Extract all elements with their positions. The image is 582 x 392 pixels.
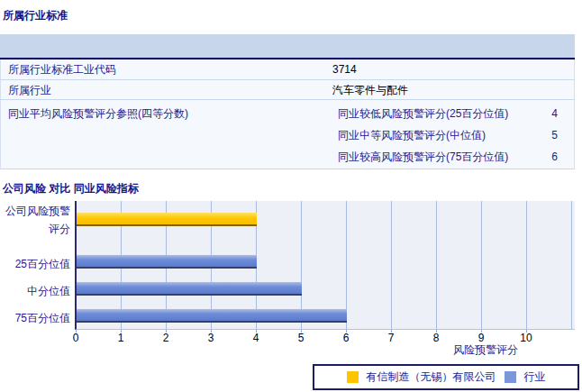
company-bar-公司风险预警评分 xyxy=(77,213,257,226)
gridline xyxy=(436,201,437,329)
quartile-75-label: 同业较高风险预警评分(75百分位值) xyxy=(338,150,508,165)
quartile-75-value: 6 xyxy=(551,150,558,163)
list-item: 同业较高风险预警评分(75百分位值) 6 xyxy=(338,146,558,168)
report-page: 所属行业标准 所属行业标准工业代码 3714 所属行业 汽车零件与配件 同业平均… xyxy=(0,0,582,392)
table-row: 同业平均风险预警评分参照(四等分数) 同业较低风险预警评分(25百分位值) 4 … xyxy=(0,100,575,169)
sic-code-label: 所属行业标准工业代码 xyxy=(8,62,116,77)
legend-swatch-industry xyxy=(505,371,516,383)
plot-area xyxy=(75,201,575,330)
x-axis-tick-label: 5 xyxy=(287,332,314,344)
industry-bar-75百分位值 xyxy=(77,309,347,323)
legend-label-industry: 行业 xyxy=(524,369,546,385)
industry-bar-中分位值 xyxy=(77,282,302,296)
chart-section-title: 公司风险 对比 同业风险指标 xyxy=(3,181,139,196)
quartile-25-value: 4 xyxy=(551,107,558,120)
quartile-25-label: 同业较低风险预警评分(25百分位值) xyxy=(338,106,508,122)
x-axis-tick-label: 1 xyxy=(107,332,134,344)
industry-name-label: 所属行业 xyxy=(8,82,51,97)
legend-label-company: 有信制造（无锡）有限公司 xyxy=(367,369,496,385)
table-row: 所属行业 汽车零件与配件 xyxy=(0,80,575,100)
category-label-company-score: 公司风险预警评分 xyxy=(0,202,70,238)
category-label-median: 中分位值 xyxy=(0,282,70,300)
legend-swatch-company xyxy=(347,371,359,383)
industry-name-value: 汽车零件与配件 xyxy=(332,82,408,97)
quartile-median-value: 5 xyxy=(551,129,558,141)
gridline xyxy=(526,201,527,329)
table-row: 所属行业标准工业代码 3714 xyxy=(0,59,575,80)
x-axis-title: 风险预警评分 xyxy=(405,342,518,358)
chart-legend: 有信制造（无锡）有限公司 行业 xyxy=(313,364,579,390)
table-header-band xyxy=(0,34,575,59)
x-axis-tick-label: 9 xyxy=(468,332,495,344)
x-axis-tick-label: 4 xyxy=(242,332,269,344)
x-axis-tick-label: 3 xyxy=(197,332,224,344)
list-item: 同业中等风险预警评分(中位值) 5 xyxy=(338,124,558,146)
quartile-subtable: 同业较低风险预警评分(25百分位值) 4 同业中等风险预警评分(中位值) 5 同… xyxy=(338,103,558,168)
x-axis-tick-label: 6 xyxy=(332,332,359,344)
sic-code-value: 3714 xyxy=(332,63,357,76)
gridline xyxy=(571,201,572,329)
quartile-reference-label: 同业平均风险预警评分参照(四等分数) xyxy=(8,106,188,122)
x-axis-tick-label: 8 xyxy=(423,332,450,344)
category-label-p75: 75百分位值 xyxy=(0,309,70,327)
x-axis-tick-label: 2 xyxy=(152,332,179,344)
x-axis-tick-label: 10 xyxy=(513,332,540,344)
industry-bar-25百分位值 xyxy=(77,255,257,269)
quartile-median-label: 同业中等风险预警评分(中位值) xyxy=(338,128,486,143)
industry-section-title: 所属行业标准 xyxy=(3,8,68,23)
gridline xyxy=(391,201,392,329)
x-axis-tick-label: 0 xyxy=(62,332,89,344)
x-axis-tick-label: 7 xyxy=(377,332,405,344)
gridline xyxy=(481,201,482,329)
category-label-p25: 25百分位值 xyxy=(0,255,70,273)
list-item: 同业较低风险预警评分(25百分位值) 4 xyxy=(338,103,558,124)
